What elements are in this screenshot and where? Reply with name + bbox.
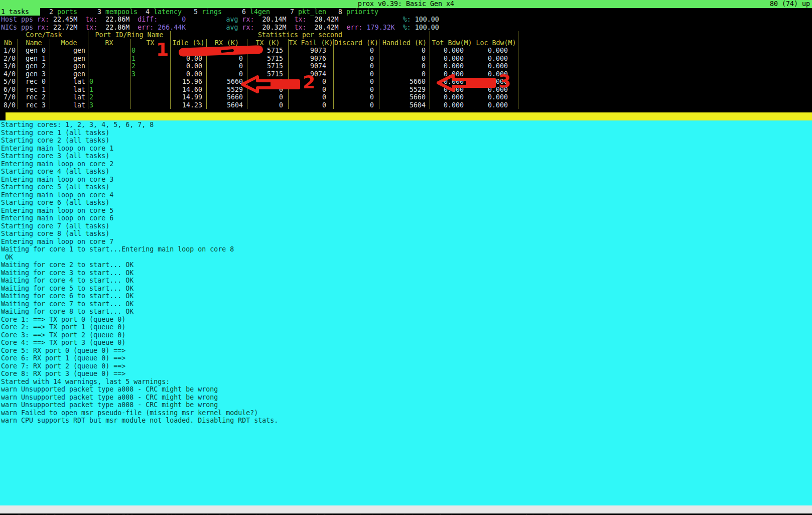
table-cell: 3 — [88, 101, 130, 109]
tab-latency[interactable]: 4 latency — [145, 8, 182, 16]
tab-number: 1 — [1, 8, 5, 16]
tab-number: 5 — [194, 8, 198, 16]
table-cell: gen — [50, 62, 88, 70]
host-pps-line: Host pps rx: 22.45M tx: 22.86M diff: 0 a… — [1, 16, 439, 24]
stat-segment: avg — [226, 24, 242, 31]
table-cell: 0.000 — [474, 47, 518, 55]
table-cell: 0 — [334, 62, 379, 70]
tab-pkt_len[interactable]: 7 pkt_len — [289, 8, 326, 16]
table-cell: 0.000 — [430, 101, 474, 109]
log-line: Starting core 2 (all tasks) — [0, 137, 812, 145]
stat-segment: rx: — [242, 16, 254, 23]
tab-priority[interactable]: 8 priority — [337, 8, 378, 16]
title-bar: prox v0.39: Basic Gen x4 80 (74) up — [0, 0, 812, 8]
stat-segment: diff: — [129, 16, 158, 23]
tab-number: 8 — [338, 8, 342, 16]
tab-label: l4gen — [246, 8, 270, 16]
tab-rings[interactable]: 5 rings — [193, 8, 222, 16]
stat-segment: NICs pps — [1, 24, 33, 31]
table-cell: 0.000 — [430, 62, 474, 70]
table-cell — [130, 93, 171, 101]
annotation-label-1: 1 — [156, 41, 169, 58]
log-line: Entering main loop on core 1 — [0, 145, 812, 153]
table-column-header: RX — [88, 39, 130, 47]
table-cell: 9074 — [289, 62, 334, 70]
tab-number: 2 — [49, 8, 53, 16]
table-cell: 0 — [334, 47, 379, 55]
table-cell: 0 — [289, 93, 334, 101]
table-cell: 5604 — [379, 101, 430, 109]
table-group-header: Statistics per second — [171, 31, 430, 39]
table-cell: 14.23 — [171, 101, 207, 109]
annotation-arrow-left-icon — [240, 75, 301, 93]
log-line: Core 5: RX port 0 (queue 0) ==> — [0, 347, 812, 355]
tab-label: priority — [342, 8, 378, 16]
table-cell: 0.000 — [474, 55, 518, 63]
table-column-header: Tot Bdw(M) — [430, 39, 474, 47]
tab-label: rings — [198, 8, 222, 16]
table-cell: 5/0 — [0, 78, 18, 86]
table-cell: 0.000 — [430, 93, 474, 101]
stat-segment: rx: — [37, 24, 49, 31]
stat-segment — [186, 24, 226, 31]
log-line: Starting core 6 (all tasks) — [0, 199, 812, 207]
stat-segment: err: — [339, 24, 363, 31]
table-column-header: Idle (%) — [171, 39, 207, 47]
table-cell: 0.000 — [430, 55, 474, 63]
log-line: warn CPU supports RDT but msr module not… — [0, 417, 812, 425]
tab-ports[interactable]: 2 ports — [48, 8, 77, 16]
table-group-header — [430, 31, 518, 39]
stat-segment: Host pps — [1, 16, 33, 23]
terminal-cursor — [0, 112, 6, 120]
stat-segment: 20.32M — [254, 24, 286, 31]
stat-segment: 100.00 — [411, 16, 439, 23]
log-line: Entering main loop on core 7 — [0, 238, 812, 246]
table-column-header: Name — [18, 39, 50, 47]
status-bar: Enter 'help' or command, <ESC> or 'quit'… — [0, 505, 812, 513]
log-area: Starting cores: 1, 2, 3, 4, 5, 6, 7, 8St… — [0, 120, 812, 505]
status-hint: Enter 'help' or command, <ESC> or 'quit'… — [16, 513, 576, 515]
tab-mempools[interactable]: 3 mempools — [96, 8, 138, 16]
stat-segment: rx: — [37, 16, 49, 23]
stat-segment: 20.42M — [307, 16, 339, 23]
table-cell: 2 — [88, 93, 130, 101]
tab-number: 4 — [146, 8, 150, 16]
tab-tasks[interactable]: 1 tasks — [0, 8, 40, 16]
prox-terminal[interactable]: prox v0.39: Basic Gen x4 80 (74) up 1 ta… — [0, 0, 812, 515]
log-line: Starting cores: 1, 2, 3, 4, 5, 6, 7, 8 — [0, 121, 812, 129]
table-cell: 14.60 — [171, 86, 207, 94]
stat-segment — [33, 16, 37, 23]
table-cell: 0 — [334, 86, 379, 94]
stat-segment: 22.72M — [49, 24, 77, 31]
log-line: Core 7: RX port 2 (queue 0) ==> — [0, 362, 812, 370]
stat-segment: 266.44K — [154, 24, 186, 31]
stat-segment — [339, 16, 403, 23]
log-line: warn Unsupported packet type a008 - CRC … — [0, 394, 812, 402]
tab-l4gen[interactable]: 6 l4gen — [241, 8, 270, 16]
table-cell: 0 — [379, 62, 430, 70]
table-cell: rec 0 — [18, 78, 50, 86]
table-cell: gen — [50, 55, 88, 63]
table-cell: gen 0 — [18, 47, 50, 55]
log-line: Waiting for core 6 to start... OK — [0, 292, 812, 300]
table-column-header: Mode — [50, 39, 88, 47]
log-line: Starting core 8 (all tasks) — [0, 230, 812, 238]
log-line: Started with 14 warnings, last 5 warning… — [0, 378, 812, 386]
table-cell: 5529 — [379, 86, 430, 94]
annotation-label-3: 3 — [498, 73, 511, 90]
log-line: warn Failed to open msr pseudo-file (mis… — [0, 409, 812, 417]
nics-pps-line: NICs pps rx: 22.72M tx: 22.86M err: 266.… — [1, 24, 439, 32]
tab-label: latency — [150, 8, 182, 16]
table-column-header: TX Fail (K) — [289, 39, 334, 47]
table-cell — [130, 78, 171, 86]
table-cell: 14.99 — [171, 93, 207, 101]
table-cell: 0 — [247, 101, 289, 109]
tab-label: tasks — [5, 8, 29, 16]
table-group-header-row: Core/TaskPort ID/Ring NameStatistics per… — [0, 31, 518, 39]
log-line: Entering main loop on core 6 — [0, 214, 812, 222]
table-cell: gen 3 — [18, 70, 50, 78]
table-cell — [88, 70, 130, 78]
table-cell: gen 1 — [18, 55, 50, 63]
table-cell: 0 — [334, 55, 379, 63]
stat-segment: 20.14M — [254, 16, 286, 23]
